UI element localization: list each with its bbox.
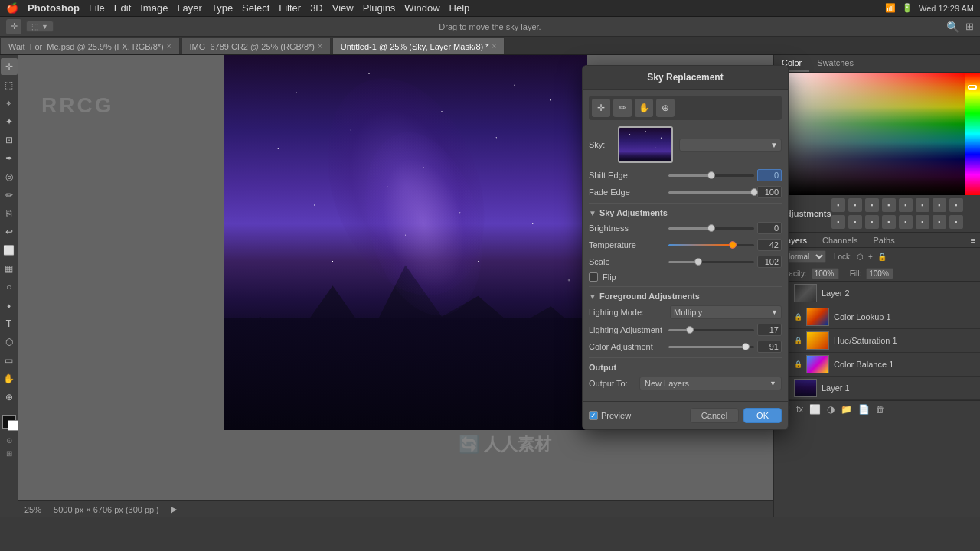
output-to-value: New Layers xyxy=(645,379,689,388)
dialog-body: ✛ ✏ ✋ ⊕ Sky: ▼ Shift Edge xyxy=(583,90,788,401)
dialog-zoom-tool[interactable]: ⊕ xyxy=(656,99,675,117)
divider-3 xyxy=(589,357,782,358)
shift-edge-label: Shift Edge xyxy=(589,171,665,180)
sky-thumbnail[interactable] xyxy=(618,126,673,163)
color-adj-track[interactable] xyxy=(668,346,754,348)
preview-checkbox[interactable]: ✓ xyxy=(589,411,598,420)
foreground-adjustments-header: ▼ Foreground Adjustments xyxy=(589,292,782,301)
flip-row: Flip xyxy=(589,272,782,282)
color-adj-thumb[interactable] xyxy=(742,343,750,350)
flip-checkbox[interactable] xyxy=(589,272,598,282)
fade-edge-label: Fade Edge xyxy=(589,187,665,197)
color-adj-row: Color Adjustment xyxy=(589,341,782,353)
dialog-overlay: Sky Replacement ✛ ✏ ✋ ⊕ Sky: ▼ xyxy=(0,0,980,551)
scale-track[interactable] xyxy=(668,261,754,263)
lighting-adj-label: Lighting Adjustment xyxy=(589,325,665,334)
sky-adjustments-header: ▼ Sky Adjustments xyxy=(589,208,782,217)
lighting-mode-label: Lighting Mode: xyxy=(589,308,665,317)
flip-label: Flip xyxy=(603,272,616,282)
shift-edge-thumb[interactable] xyxy=(707,171,715,179)
dialog-hand-tool[interactable]: ✋ xyxy=(635,99,653,117)
scale-thumb[interactable] xyxy=(694,258,702,266)
output-row: Output To: New Layers ▼ xyxy=(589,377,782,390)
sky-adjustments-label: Sky Adjustments xyxy=(599,208,668,217)
fade-edge-thumb[interactable] xyxy=(750,188,758,196)
lighting-mode-row: Lighting Mode: Multiply ▼ xyxy=(589,305,782,319)
lighting-mode-select[interactable]: Multiply ▼ xyxy=(670,305,782,319)
sky-label: Sky: xyxy=(589,140,612,149)
brightness-fill xyxy=(668,227,711,230)
fade-edge-value[interactable] xyxy=(757,186,782,198)
sky-replacement-dialog: Sky Replacement ✛ ✏ ✋ ⊕ Sky: ▼ xyxy=(582,65,789,430)
lighting-mode-value: Multiply xyxy=(674,308,702,317)
scale-row: Scale xyxy=(589,256,782,268)
sky-selector-row: Sky: ▼ xyxy=(589,126,782,163)
output-to-arrow: ▼ xyxy=(769,380,776,387)
color-adj-label: Color Adjustment xyxy=(589,342,665,351)
divider-1 xyxy=(589,203,782,204)
fade-edge-track[interactable] xyxy=(668,191,754,194)
preview-label: Preview xyxy=(601,411,631,420)
color-adj-fill xyxy=(668,346,746,348)
lighting-adj-track[interactable] xyxy=(668,329,754,331)
brightness-value[interactable] xyxy=(757,222,782,234)
preview-row: ✓ Preview xyxy=(589,411,631,420)
lighting-adj-row: Lighting Adjustment xyxy=(589,324,782,336)
lighting-mode-arrow: ▼ xyxy=(771,308,778,316)
brightness-track[interactable] xyxy=(668,227,754,230)
lighting-adj-thumb[interactable] xyxy=(686,326,694,334)
dialog-title: Sky Replacement xyxy=(583,66,788,90)
color-adj-value[interactable] xyxy=(757,341,782,353)
fg-adj-toggle[interactable]: ▼ xyxy=(589,292,596,301)
lighting-adj-value[interactable] xyxy=(757,324,782,336)
output-to-label: Output To: xyxy=(589,379,635,388)
fade-edge-fill xyxy=(668,191,754,194)
brightness-thumb[interactable] xyxy=(707,224,715,232)
shift-edge-row: Shift Edge xyxy=(589,169,782,181)
output-section-label: Output xyxy=(589,363,782,372)
shift-edge-value[interactable] xyxy=(757,169,782,181)
sky-thumb-bottom xyxy=(619,152,671,161)
brightness-label: Brightness xyxy=(589,223,665,233)
dialog-buttons: Cancel OK xyxy=(690,408,782,423)
foreground-adjustments-label: Foreground Adjustments xyxy=(599,292,700,301)
dialog-tools: ✛ ✏ ✋ ⊕ xyxy=(589,96,782,120)
sky-dropdown[interactable]: ▼ xyxy=(679,139,782,152)
brightness-row: Brightness xyxy=(589,222,782,234)
fade-edge-row: Fade Edge xyxy=(589,186,782,198)
output-to-select[interactable]: New Layers ▼ xyxy=(639,377,782,390)
dialog-move-tool[interactable]: ✛ xyxy=(592,99,610,117)
temperature-label: Temperature xyxy=(589,240,665,249)
temperature-track[interactable] xyxy=(668,244,754,246)
divider-2 xyxy=(589,286,782,287)
temperature-thumb[interactable] xyxy=(729,241,737,249)
dialog-brush-tool[interactable]: ✏ xyxy=(613,99,632,117)
cancel-button[interactable]: Cancel xyxy=(690,408,739,423)
dialog-footer: ✓ Preview Cancel OK xyxy=(583,401,788,429)
ok-button[interactable]: OK xyxy=(743,408,782,423)
sky-dropdown-arrow: ▼ xyxy=(770,141,778,149)
scale-value[interactable] xyxy=(757,256,782,268)
shift-edge-track[interactable] xyxy=(668,174,754,177)
temperature-row: Temperature xyxy=(589,239,782,251)
scale-label: Scale xyxy=(589,257,665,266)
temperature-value[interactable] xyxy=(757,239,782,251)
shift-edge-fill xyxy=(668,174,711,177)
sky-adj-toggle[interactable]: ▼ xyxy=(589,209,596,217)
temperature-fill xyxy=(668,244,733,246)
